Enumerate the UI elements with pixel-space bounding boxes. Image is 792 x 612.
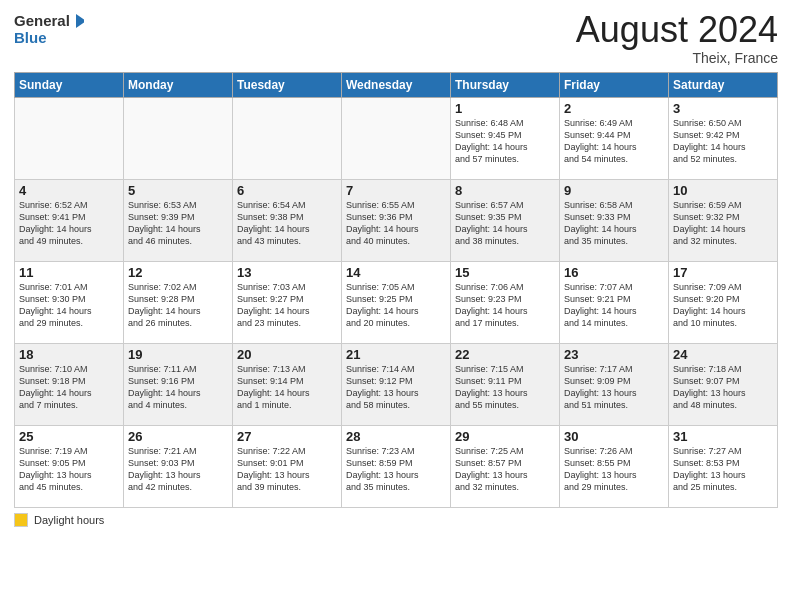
day-info: Sunrise: 7:09 AMSunset: 9:20 PMDaylight:… <box>673 281 773 330</box>
day-number: 3 <box>673 101 773 116</box>
day-number: 21 <box>346 347 446 362</box>
table-row <box>124 97 233 179</box>
table-row: 20Sunrise: 7:13 AMSunset: 9:14 PMDayligh… <box>233 343 342 425</box>
day-info: Sunrise: 7:27 AMSunset: 8:53 PMDaylight:… <box>673 445 773 494</box>
table-row: 12Sunrise: 7:02 AMSunset: 9:28 PMDayligh… <box>124 261 233 343</box>
day-number: 16 <box>564 265 664 280</box>
table-row: 1Sunrise: 6:48 AMSunset: 9:45 PMDaylight… <box>451 97 560 179</box>
table-row: 31Sunrise: 7:27 AMSunset: 8:53 PMDayligh… <box>669 425 778 507</box>
day-info: Sunrise: 7:05 AMSunset: 9:25 PMDaylight:… <box>346 281 446 330</box>
legend-row: Daylight hours <box>14 513 778 527</box>
day-info: Sunrise: 7:06 AMSunset: 9:23 PMDaylight:… <box>455 281 555 330</box>
day-info: Sunrise: 6:55 AMSunset: 9:36 PMDaylight:… <box>346 199 446 248</box>
day-info: Sunrise: 7:19 AMSunset: 9:05 PMDaylight:… <box>19 445 119 494</box>
table-row: 18Sunrise: 7:10 AMSunset: 9:18 PMDayligh… <box>15 343 124 425</box>
day-number: 2 <box>564 101 664 116</box>
day-info: Sunrise: 6:52 AMSunset: 9:41 PMDaylight:… <box>19 199 119 248</box>
main-container: General Blue August 2024 Theix, France S… <box>0 0 792 535</box>
table-row: 22Sunrise: 7:15 AMSunset: 9:11 PMDayligh… <box>451 343 560 425</box>
legend-label: Daylight hours <box>34 514 104 526</box>
table-row: 11Sunrise: 7:01 AMSunset: 9:30 PMDayligh… <box>15 261 124 343</box>
calendar-week-row: 11Sunrise: 7:01 AMSunset: 9:30 PMDayligh… <box>15 261 778 343</box>
header-monday: Monday <box>124 72 233 97</box>
table-row <box>15 97 124 179</box>
table-row: 23Sunrise: 7:17 AMSunset: 9:09 PMDayligh… <box>560 343 669 425</box>
calendar-week-row: 25Sunrise: 7:19 AMSunset: 9:05 PMDayligh… <box>15 425 778 507</box>
day-number: 15 <box>455 265 555 280</box>
logo: General Blue <box>14 10 84 48</box>
day-info: Sunrise: 6:49 AMSunset: 9:44 PMDaylight:… <box>564 117 664 166</box>
header-friday: Friday <box>560 72 669 97</box>
day-number: 5 <box>128 183 228 198</box>
table-row: 17Sunrise: 7:09 AMSunset: 9:20 PMDayligh… <box>669 261 778 343</box>
table-row <box>342 97 451 179</box>
table-row: 8Sunrise: 6:57 AMSunset: 9:35 PMDaylight… <box>451 179 560 261</box>
header-saturday: Saturday <box>669 72 778 97</box>
table-row: 21Sunrise: 7:14 AMSunset: 9:12 PMDayligh… <box>342 343 451 425</box>
day-info: Sunrise: 7:14 AMSunset: 9:12 PMDaylight:… <box>346 363 446 412</box>
day-number: 26 <box>128 429 228 444</box>
day-number: 8 <box>455 183 555 198</box>
day-number: 24 <box>673 347 773 362</box>
table-row: 2Sunrise: 6:49 AMSunset: 9:44 PMDaylight… <box>560 97 669 179</box>
table-row: 27Sunrise: 7:22 AMSunset: 9:01 PMDayligh… <box>233 425 342 507</box>
day-info: Sunrise: 7:07 AMSunset: 9:21 PMDaylight:… <box>564 281 664 330</box>
day-info: Sunrise: 7:03 AMSunset: 9:27 PMDaylight:… <box>237 281 337 330</box>
svg-marker-2 <box>76 14 84 28</box>
day-number: 11 <box>19 265 119 280</box>
table-row: 13Sunrise: 7:03 AMSunset: 9:27 PMDayligh… <box>233 261 342 343</box>
table-row: 9Sunrise: 6:58 AMSunset: 9:33 PMDaylight… <box>560 179 669 261</box>
day-info: Sunrise: 6:59 AMSunset: 9:32 PMDaylight:… <box>673 199 773 248</box>
day-number: 7 <box>346 183 446 198</box>
day-info: Sunrise: 7:13 AMSunset: 9:14 PMDaylight:… <box>237 363 337 412</box>
day-info: Sunrise: 6:54 AMSunset: 9:38 PMDaylight:… <box>237 199 337 248</box>
day-info: Sunrise: 7:23 AMSunset: 8:59 PMDaylight:… <box>346 445 446 494</box>
day-number: 14 <box>346 265 446 280</box>
header-thursday: Thursday <box>451 72 560 97</box>
location-text: Theix, France <box>576 50 778 66</box>
table-row: 15Sunrise: 7:06 AMSunset: 9:23 PMDayligh… <box>451 261 560 343</box>
calendar-week-row: 18Sunrise: 7:10 AMSunset: 9:18 PMDayligh… <box>15 343 778 425</box>
table-row: 29Sunrise: 7:25 AMSunset: 8:57 PMDayligh… <box>451 425 560 507</box>
calendar-week-row: 4Sunrise: 6:52 AMSunset: 9:41 PMDaylight… <box>15 179 778 261</box>
day-info: Sunrise: 6:53 AMSunset: 9:39 PMDaylight:… <box>128 199 228 248</box>
day-number: 30 <box>564 429 664 444</box>
day-number: 18 <box>19 347 119 362</box>
table-row: 24Sunrise: 7:18 AMSunset: 9:07 PMDayligh… <box>669 343 778 425</box>
table-row: 7Sunrise: 6:55 AMSunset: 9:36 PMDaylight… <box>342 179 451 261</box>
day-info: Sunrise: 6:57 AMSunset: 9:35 PMDaylight:… <box>455 199 555 248</box>
day-number: 27 <box>237 429 337 444</box>
header-tuesday: Tuesday <box>233 72 342 97</box>
day-number: 25 <box>19 429 119 444</box>
day-info: Sunrise: 7:26 AMSunset: 8:55 PMDaylight:… <box>564 445 664 494</box>
day-info: Sunrise: 6:58 AMSunset: 9:33 PMDaylight:… <box>564 199 664 248</box>
title-block: August 2024 Theix, France <box>576 10 778 66</box>
day-info: Sunrise: 7:15 AMSunset: 9:11 PMDaylight:… <box>455 363 555 412</box>
day-info: Sunrise: 7:01 AMSunset: 9:30 PMDaylight:… <box>19 281 119 330</box>
day-number: 9 <box>564 183 664 198</box>
calendar-week-row: 1Sunrise: 6:48 AMSunset: 9:45 PMDaylight… <box>15 97 778 179</box>
day-info: Sunrise: 7:11 AMSunset: 9:16 PMDaylight:… <box>128 363 228 412</box>
day-number: 17 <box>673 265 773 280</box>
day-number: 12 <box>128 265 228 280</box>
day-number: 23 <box>564 347 664 362</box>
day-number: 31 <box>673 429 773 444</box>
day-info: Sunrise: 7:25 AMSunset: 8:57 PMDaylight:… <box>455 445 555 494</box>
table-row: 5Sunrise: 6:53 AMSunset: 9:39 PMDaylight… <box>124 179 233 261</box>
day-number: 22 <box>455 347 555 362</box>
table-row: 14Sunrise: 7:05 AMSunset: 9:25 PMDayligh… <box>342 261 451 343</box>
day-number: 4 <box>19 183 119 198</box>
day-number: 10 <box>673 183 773 198</box>
svg-text:General: General <box>14 12 70 29</box>
day-number: 13 <box>237 265 337 280</box>
table-row: 4Sunrise: 6:52 AMSunset: 9:41 PMDaylight… <box>15 179 124 261</box>
day-info: Sunrise: 7:10 AMSunset: 9:18 PMDaylight:… <box>19 363 119 412</box>
day-info: Sunrise: 7:21 AMSunset: 9:03 PMDaylight:… <box>128 445 228 494</box>
day-number: 19 <box>128 347 228 362</box>
table-row: 25Sunrise: 7:19 AMSunset: 9:05 PMDayligh… <box>15 425 124 507</box>
table-row: 10Sunrise: 6:59 AMSunset: 9:32 PMDayligh… <box>669 179 778 261</box>
legend-color-box <box>14 513 28 527</box>
table-row: 19Sunrise: 7:11 AMSunset: 9:16 PMDayligh… <box>124 343 233 425</box>
day-info: Sunrise: 7:02 AMSunset: 9:28 PMDaylight:… <box>128 281 228 330</box>
table-row: 3Sunrise: 6:50 AMSunset: 9:42 PMDaylight… <box>669 97 778 179</box>
